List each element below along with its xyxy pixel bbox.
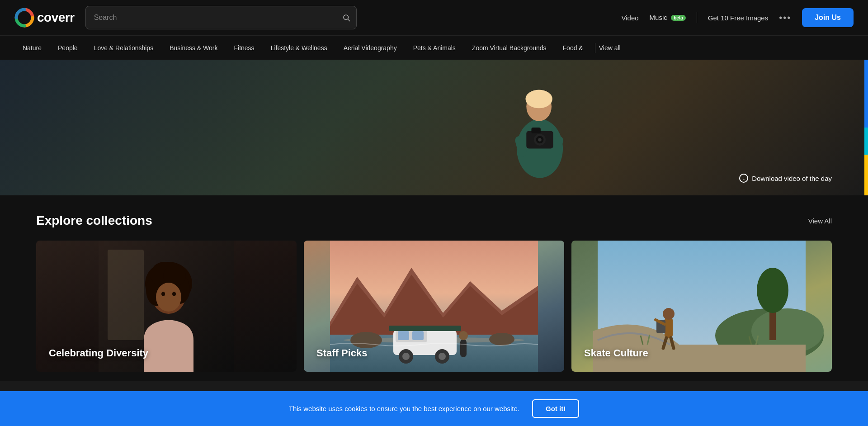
card-label-diversity: Celebrating Diversity xyxy=(49,347,148,359)
side-cyan-panel xyxy=(864,128,868,155)
svg-point-53 xyxy=(757,268,788,313)
header: coverr Video Music beta Get 10 Free Imag… xyxy=(0,0,868,35)
cat-nature[interactable]: Nature xyxy=(14,36,50,60)
svg-rect-33 xyxy=(412,331,424,340)
cat-nav-divider xyxy=(595,43,595,53)
svg-point-40 xyxy=(350,332,382,348)
cat-people[interactable]: People xyxy=(50,36,86,60)
hero-person xyxy=(472,60,608,195)
svg-rect-9 xyxy=(531,128,540,133)
header-nav: Video Music beta Get 10 Free Images ••• … xyxy=(622,8,854,27)
hero-side-panels xyxy=(864,60,868,195)
collection-card-diversity[interactable]: Celebrating Diversity xyxy=(36,241,297,372)
svg-rect-31 xyxy=(389,326,461,331)
svg-point-20 xyxy=(156,283,181,312)
more-options-button[interactable]: ••• xyxy=(779,13,791,23)
collections-section: Explore collections View All xyxy=(0,195,868,381)
svg-point-39 xyxy=(459,331,468,340)
svg-rect-38 xyxy=(460,339,467,357)
svg-rect-46 xyxy=(665,317,673,338)
cat-view-all[interactable]: View all xyxy=(599,44,621,52)
collections-header: Explore collections View All xyxy=(36,213,832,228)
nav-divider xyxy=(697,12,697,23)
cat-food[interactable]: Food & xyxy=(555,36,591,60)
free-images-link[interactable]: Get 10 Free Images xyxy=(708,14,768,22)
svg-point-5 xyxy=(525,90,552,108)
svg-rect-32 xyxy=(398,331,409,340)
collections-view-all[interactable]: View All xyxy=(808,217,832,225)
svg-point-41 xyxy=(489,333,514,346)
cat-aerial[interactable]: Aerial Videography xyxy=(335,36,405,60)
cat-fitness[interactable]: Fitness xyxy=(226,36,263,60)
search-container xyxy=(85,6,357,29)
download-video-link[interactable]: ↓ Download video of the day xyxy=(739,174,832,183)
cat-pets[interactable]: Pets & Animals xyxy=(405,36,464,60)
search-input[interactable] xyxy=(85,6,357,29)
beta-badge: beta xyxy=(671,15,686,21)
collections-grid: Celebrating Diversity xyxy=(36,241,832,372)
category-nav: Nature People Love & Relationships Busin… xyxy=(0,35,868,60)
cat-lifestyle[interactable]: Lifestyle & Wellness xyxy=(263,36,335,60)
join-button[interactable]: Join Us xyxy=(802,8,854,27)
svg-point-47 xyxy=(663,308,675,320)
cat-zoom[interactable]: Zoom Virtual Backgrounds xyxy=(464,36,555,60)
collection-card-staff-picks[interactable]: Staff Picks xyxy=(304,241,564,372)
side-blue-panel xyxy=(864,60,868,128)
video-nav-link[interactable]: Video xyxy=(622,14,639,22)
music-nav-link[interactable]: Music xyxy=(650,14,667,21)
cat-business[interactable]: Business & Work xyxy=(161,36,226,60)
hero-banner: ↓ Download video of the day xyxy=(0,60,868,195)
svg-line-2 xyxy=(348,19,349,21)
card-label-staff-picks: Staff Picks xyxy=(316,347,368,359)
card-label-skate: Skate Culture xyxy=(584,347,648,359)
logo-text: coverr xyxy=(37,10,75,25)
svg-point-35 xyxy=(402,353,410,360)
collection-card-skate[interactable]: Skate Culture xyxy=(571,241,832,372)
logo-icon xyxy=(14,8,34,28)
music-nav-wrap: Music beta xyxy=(650,14,686,22)
svg-point-37 xyxy=(439,353,446,360)
collections-title: Explore collections xyxy=(36,213,152,228)
photographer-illustration xyxy=(490,69,590,186)
svg-point-1 xyxy=(344,15,349,20)
logo[interactable]: coverr xyxy=(14,8,75,28)
side-yellow-panel xyxy=(864,155,868,195)
cat-love[interactable]: Love & Relationships xyxy=(86,36,162,60)
download-icon: ↓ xyxy=(739,174,748,183)
hero-background xyxy=(0,60,868,195)
svg-point-21 xyxy=(161,292,165,296)
svg-point-12 xyxy=(538,138,541,141)
svg-point-22 xyxy=(172,292,176,296)
download-label: Download video of the day xyxy=(752,175,832,182)
search-button[interactable] xyxy=(342,14,350,22)
svg-rect-23 xyxy=(108,250,144,340)
